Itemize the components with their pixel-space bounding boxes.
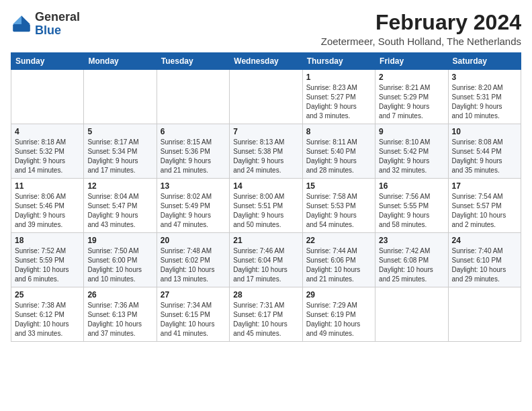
calendar-cell: 28Sunrise: 7:31 AMSunset: 6:17 PMDayligh… (230, 287, 302, 342)
logo: General Blue (11, 11, 80, 38)
calendar-cell: 24Sunrise: 7:40 AMSunset: 6:10 PMDayligh… (448, 233, 521, 287)
calendar-cell: 17Sunrise: 7:54 AMSunset: 5:57 PMDayligh… (448, 179, 521, 233)
day-number: 18 (15, 236, 80, 245)
day-info: Sunrise: 7:50 AMSunset: 6:00 PMDaylight:… (87, 246, 152, 284)
logo-blue: Blue (35, 24, 61, 37)
calendar-cell: 21Sunrise: 7:46 AMSunset: 6:04 PMDayligh… (230, 233, 302, 287)
day-header-tuesday: Tuesday (157, 53, 229, 70)
day-number: 5 (87, 127, 152, 136)
day-info: Sunrise: 7:42 AMSunset: 6:08 PMDaylight:… (379, 246, 444, 284)
day-info: Sunrise: 7:40 AMSunset: 6:10 PMDaylight:… (452, 246, 517, 284)
logo-icon (11, 13, 32, 35)
day-info: Sunrise: 8:21 AMSunset: 5:29 PMDaylight:… (379, 83, 444, 121)
calendar-cell: 23Sunrise: 7:42 AMSunset: 6:08 PMDayligh… (375, 233, 448, 287)
day-info: Sunrise: 7:29 AMSunset: 6:19 PMDaylight:… (306, 301, 371, 338)
calendar-cell: 1Sunrise: 8:23 AMSunset: 5:27 PMDaylight… (302, 70, 375, 124)
day-header-monday: Monday (84, 53, 157, 70)
day-info: Sunrise: 8:15 AMSunset: 5:36 PMDaylight:… (161, 138, 226, 175)
day-info: Sunrise: 7:52 AMSunset: 5:59 PMDaylight:… (15, 246, 80, 284)
day-header-thursday: Thursday (302, 53, 375, 70)
day-info: Sunrise: 7:46 AMSunset: 6:04 PMDaylight:… (233, 246, 298, 284)
calendar-cell: 15Sunrise: 7:58 AMSunset: 5:53 PMDayligh… (302, 179, 375, 233)
day-header-sunday: Sunday (11, 53, 84, 70)
day-info: Sunrise: 7:31 AMSunset: 6:17 PMDaylight:… (233, 301, 298, 338)
calendar-cell (84, 70, 157, 124)
calendar: SundayMondayTuesdayWednesdayThursdayFrid… (11, 52, 521, 342)
calendar-cell: 11Sunrise: 8:06 AMSunset: 5:46 PMDayligh… (11, 179, 84, 233)
day-info: Sunrise: 8:04 AMSunset: 5:47 PMDaylight:… (87, 192, 152, 230)
calendar-cell: 3Sunrise: 8:20 AMSunset: 5:31 PMDaylight… (448, 70, 521, 124)
calendar-cell: 29Sunrise: 7:29 AMSunset: 6:19 PMDayligh… (302, 287, 375, 342)
day-number: 2 (379, 73, 444, 82)
day-number: 27 (161, 290, 226, 300)
day-header-saturday: Saturday (448, 53, 521, 70)
day-number: 16 (379, 181, 444, 191)
day-info: Sunrise: 7:48 AMSunset: 6:02 PMDaylight:… (161, 246, 226, 284)
day-info: Sunrise: 8:10 AMSunset: 5:42 PMDaylight:… (379, 138, 444, 175)
day-info: Sunrise: 8:13 AMSunset: 5:38 PMDaylight:… (233, 138, 298, 175)
calendar-cell: 7Sunrise: 8:13 AMSunset: 5:38 PMDaylight… (230, 124, 302, 179)
day-info: Sunrise: 7:54 AMSunset: 5:57 PMDaylight:… (452, 192, 517, 230)
calendar-cell: 18Sunrise: 7:52 AMSunset: 5:59 PMDayligh… (11, 233, 84, 287)
day-number: 6 (161, 127, 226, 136)
day-info: Sunrise: 8:08 AMSunset: 5:44 PMDaylight:… (452, 138, 517, 175)
calendar-cell: 6Sunrise: 8:15 AMSunset: 5:36 PMDaylight… (157, 124, 229, 179)
calendar-cell (11, 70, 84, 124)
day-number: 12 (87, 181, 152, 191)
day-number: 24 (452, 236, 517, 245)
day-number: 20 (161, 236, 226, 245)
day-number: 11 (15, 181, 80, 191)
calendar-cell (448, 287, 521, 342)
day-info: Sunrise: 7:34 AMSunset: 6:15 PMDaylight:… (161, 301, 226, 338)
calendar-cell: 8Sunrise: 8:11 AMSunset: 5:40 PMDaylight… (302, 124, 375, 179)
day-number: 3 (452, 73, 517, 82)
day-info: Sunrise: 8:02 AMSunset: 5:49 PMDaylight:… (161, 192, 226, 230)
day-number: 10 (452, 127, 517, 136)
calendar-cell: 2Sunrise: 8:21 AMSunset: 5:29 PMDaylight… (375, 70, 448, 124)
day-number: 15 (306, 181, 371, 191)
calendar-header-row: SundayMondayTuesdayWednesdayThursdayFrid… (11, 53, 521, 70)
calendar-cell: 25Sunrise: 7:38 AMSunset: 6:12 PMDayligh… (11, 287, 84, 342)
day-info: Sunrise: 8:17 AMSunset: 5:34 PMDaylight:… (87, 138, 152, 175)
calendar-cell: 4Sunrise: 8:18 AMSunset: 5:32 PMDaylight… (11, 124, 84, 179)
svg-rect-2 (13, 24, 30, 32)
day-number: 13 (161, 181, 226, 191)
day-number: 8 (306, 127, 371, 136)
day-number: 19 (87, 236, 152, 245)
calendar-week-3: 18Sunrise: 7:52 AMSunset: 5:59 PMDayligh… (11, 233, 521, 287)
day-number: 7 (233, 127, 298, 136)
calendar-week-1: 4Sunrise: 8:18 AMSunset: 5:32 PMDaylight… (11, 124, 521, 179)
title-area: February 2024 Zoetermeer, South Holland,… (321, 11, 521, 47)
day-number: 25 (15, 290, 80, 300)
calendar-cell: 27Sunrise: 7:34 AMSunset: 6:15 PMDayligh… (157, 287, 229, 342)
day-number: 14 (233, 181, 298, 191)
day-info: Sunrise: 8:23 AMSunset: 5:27 PMDaylight:… (306, 83, 371, 121)
day-info: Sunrise: 7:58 AMSunset: 5:53 PMDaylight:… (306, 192, 371, 230)
day-info: Sunrise: 8:20 AMSunset: 5:31 PMDaylight:… (452, 83, 517, 121)
location-title: Zoetermeer, South Holland, The Netherlan… (321, 36, 521, 47)
header: General Blue February 2024 Zoetermeer, S… (11, 11, 521, 47)
calendar-cell: 20Sunrise: 7:48 AMSunset: 6:02 PMDayligh… (157, 233, 229, 287)
svg-marker-0 (21, 15, 30, 24)
calendar-cell: 19Sunrise: 7:50 AMSunset: 6:00 PMDayligh… (84, 233, 157, 287)
day-info: Sunrise: 8:18 AMSunset: 5:32 PMDaylight:… (15, 138, 80, 175)
day-info: Sunrise: 7:56 AMSunset: 5:55 PMDaylight:… (379, 192, 444, 230)
day-header-wednesday: Wednesday (230, 53, 302, 70)
calendar-week-2: 11Sunrise: 8:06 AMSunset: 5:46 PMDayligh… (11, 179, 521, 233)
calendar-cell (375, 287, 448, 342)
day-number: 29 (306, 290, 371, 300)
logo-general: General (35, 10, 80, 24)
calendar-cell (157, 70, 229, 124)
day-number: 23 (379, 236, 444, 245)
day-number: 9 (379, 127, 444, 136)
day-number: 4 (15, 127, 80, 136)
day-number: 28 (233, 290, 298, 300)
calendar-cell (230, 70, 302, 124)
day-number: 17 (452, 181, 517, 191)
calendar-cell: 12Sunrise: 8:04 AMSunset: 5:47 PMDayligh… (84, 179, 157, 233)
calendar-cell: 16Sunrise: 7:56 AMSunset: 5:55 PMDayligh… (375, 179, 448, 233)
calendar-week-4: 25Sunrise: 7:38 AMSunset: 6:12 PMDayligh… (11, 287, 521, 342)
day-number: 1 (306, 73, 371, 82)
day-info: Sunrise: 8:00 AMSunset: 5:51 PMDaylight:… (233, 192, 298, 230)
calendar-cell: 26Sunrise: 7:36 AMSunset: 6:13 PMDayligh… (84, 287, 157, 342)
